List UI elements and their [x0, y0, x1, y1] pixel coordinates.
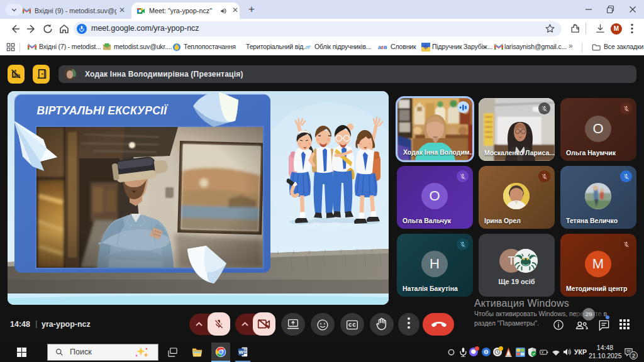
svg-text:W: W	[238, 349, 243, 355]
svg-text:ВІРТУАЛЬНІ ЕКСКУРСІЇ: ВІРТУАЛЬНІ ЕКСКУРСІЇ	[37, 104, 169, 117]
